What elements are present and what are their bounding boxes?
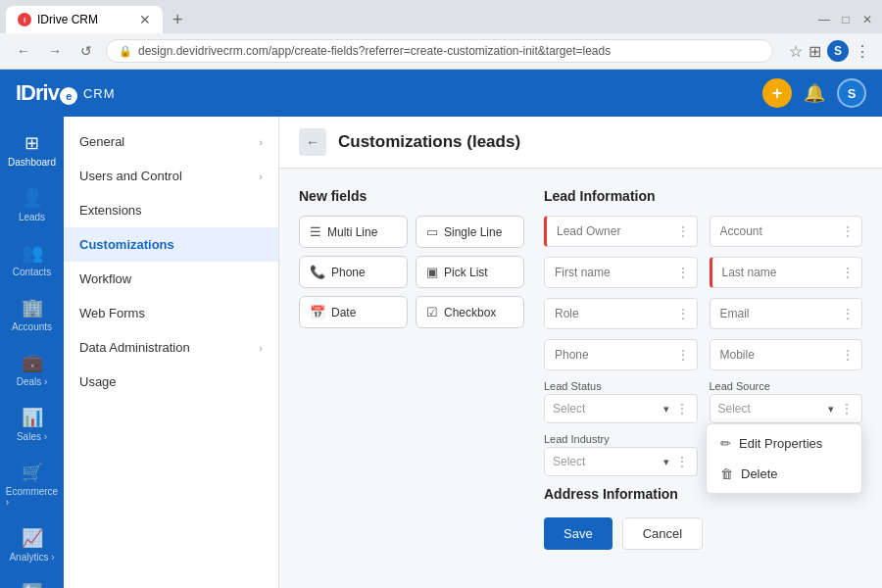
field-cell-role: ⋮ — [544, 298, 698, 329]
multi-line-icon: ☰ — [310, 224, 321, 239]
lead-status-options-icon[interactable]: ⋮ — [675, 401, 689, 416]
sidebar-item-data-migration[interactable]: 🔄 Data Migration — [4, 574, 61, 588]
lead-owner-input[interactable] — [544, 216, 698, 247]
cancel-button[interactable]: Cancel — [622, 517, 703, 550]
chevron-right-icon: › — [259, 342, 263, 354]
field-cell-first-name: ⋮ — [544, 257, 698, 288]
field-type-pick-list[interactable]: ▣ Pick List — [416, 256, 524, 288]
field-options-icon[interactable]: ⋮ — [676, 265, 690, 280]
field-options-icon[interactable]: ⋮ — [841, 223, 855, 239]
field-options-icon[interactable]: ⋮ — [676, 306, 690, 321]
phone-input[interactable] — [544, 339, 698, 370]
field-options-icon[interactable]: ⋮ — [676, 223, 690, 239]
field-row-3: ⋮ ⋮ — [544, 298, 862, 329]
save-button[interactable]: Save — [544, 517, 612, 550]
page-header: ← Customizations (leads) — [279, 117, 882, 169]
lead-source-select[interactable]: Select ▾ — [718, 402, 835, 416]
win-min-btn[interactable]: — — [815, 11, 833, 28]
date-icon: 📅 — [310, 305, 325, 319]
field-type-date[interactable]: 📅 Date — [299, 296, 408, 328]
sidebar-item-dashboard[interactable]: ⊞ Dashboard — [4, 124, 61, 175]
field-options-icon[interactable]: ⋮ — [676, 347, 690, 363]
delete-btn[interactable]: 🗑 Delete — [707, 459, 861, 489]
field-cell-phone: ⋮ — [544, 339, 698, 370]
lead-source-placeholder: Select — [718, 402, 829, 416]
first-name-input[interactable] — [544, 257, 698, 288]
role-input[interactable] — [544, 298, 698, 329]
field-cell-lead-source: Lead Source Select ▾ ⋮ ✏ — [710, 380, 863, 423]
sidebar-label-sales: Sales › — [17, 431, 47, 442]
add-new-btn[interactable]: + — [762, 78, 792, 108]
win-max-btn[interactable]: □ — [837, 11, 855, 28]
back-button[interactable]: ← — [299, 128, 326, 156]
sidebar-item-accounts[interactable]: 🏢 Accounts — [4, 289, 61, 340]
deals-icon: 💼 — [22, 352, 43, 373]
field-type-phone[interactable]: 📞 Phone — [299, 256, 408, 288]
address-bar[interactable]: 🔒 design.devidrivecrm.com/app/create-fie… — [106, 39, 773, 63]
nav-item-customizations[interactable]: Customizations — [64, 227, 278, 262]
address-text: design.devidrivecrm.com/app/create-field… — [138, 44, 611, 58]
sidebar: ⊞ Dashboard 👤 Leads 👥 Contacts 🏢 Account… — [0, 117, 64, 588]
nav-item-users-control[interactable]: Users and Control › — [64, 159, 278, 193]
lead-status-select[interactable]: Select ▾ — [553, 402, 669, 416]
tab-close-btn[interactable]: ✕ — [139, 12, 151, 27]
nav-back-btn[interactable]: ← — [12, 39, 35, 63]
nav-item-web-forms[interactable]: Web Forms — [64, 296, 278, 330]
sidebar-item-contacts[interactable]: 👥 Contacts — [4, 234, 61, 285]
sidebar-item-ecommerce[interactable]: 🛒 Ecommerce › — [4, 454, 61, 515]
bookmark-btn[interactable]: ⊞ — [808, 40, 821, 62]
field-options-icon[interactable]: ⋮ — [841, 265, 855, 280]
lead-status-label: Lead Status — [544, 380, 698, 392]
sidebar-item-leads[interactable]: 👤 Leads — [4, 179, 61, 230]
edit-properties-btn[interactable]: ✏ Edit Properties — [707, 428, 861, 459]
field-options-icon[interactable]: ⋮ — [841, 306, 855, 321]
field-options-icon[interactable]: ⋮ — [841, 347, 855, 363]
lead-status-placeholder: Select — [553, 402, 663, 416]
nav-label-usage: Usage — [79, 374, 117, 389]
field-row-5: Lead Status Select ▾ ⋮ Lead Source — [544, 380, 862, 423]
lead-industry-options-icon[interactable]: ⋮ — [675, 454, 689, 469]
leads-icon: 👤 — [22, 187, 43, 209]
field-cell-lead-industry: Lead Industry Select ▾ ⋮ — [544, 433, 698, 476]
lead-industry-select[interactable]: Select ▾ — [553, 455, 669, 468]
nav-reload-btn[interactable]: ↺ — [74, 39, 98, 63]
win-close-btn[interactable]: ✕ — [858, 11, 876, 28]
field-type-single-line[interactable]: ▭ Single Line — [416, 216, 524, 248]
sidebar-label-contacts: Contacts — [13, 267, 51, 277]
star-btn[interactable]: ☆ — [789, 40, 803, 62]
nav-item-usage[interactable]: Usage — [64, 365, 278, 399]
new-tab-btn[interactable]: + — [167, 8, 189, 32]
nav-item-general[interactable]: General › — [64, 124, 278, 159]
lead-source-label: Lead Source — [710, 380, 863, 392]
main-content: ← Customizations (leads) New fields ☰ Mu… — [279, 117, 882, 588]
nav-forward-btn[interactable]: → — [43, 39, 67, 63]
lead-source-options-icon[interactable]: ⋮ — [840, 401, 854, 416]
nav-item-data-admin[interactable]: Data Administration › — [64, 330, 278, 365]
notification-bell-icon[interactable]: 🔔 — [804, 82, 825, 104]
field-type-multi-line[interactable]: ☰ Multi Line — [299, 216, 408, 248]
browser-tab[interactable]: i IDrive CRM ✕ — [6, 6, 163, 33]
user-avatar[interactable]: S — [837, 78, 866, 108]
sidebar-item-sales[interactable]: 📊 Sales › — [4, 399, 61, 450]
mobile-input[interactable] — [710, 339, 863, 370]
edit-properties-label: Edit Properties — [739, 436, 822, 451]
app-logo: IDrive CRM — [16, 80, 116, 106]
email-input[interactable] — [710, 298, 863, 329]
field-type-checkbox[interactable]: ☑ Checkbox — [416, 296, 524, 328]
ecommerce-icon: 🛒 — [22, 462, 43, 483]
nav-item-workflow[interactable]: Workflow — [64, 262, 278, 296]
field-cell-account: ⋮ — [710, 216, 863, 247]
nav-item-extensions[interactable]: Extensions — [64, 193, 278, 227]
nav-label-customizations: Customizations — [79, 237, 174, 252]
sidebar-item-analytics[interactable]: 📈 Analytics › — [4, 519, 61, 570]
pick-list-icon: ▣ — [426, 265, 438, 279]
tab-favicon: i — [18, 13, 31, 26]
sidebar-item-deals[interactable]: 💼 Deals › — [4, 344, 61, 395]
contacts-icon: 👥 — [22, 242, 43, 264]
browser-account-btn[interactable]: S — [827, 40, 849, 62]
last-name-input[interactable] — [710, 257, 863, 288]
account-input[interactable] — [710, 216, 863, 247]
nav-label-general: General — [79, 134, 124, 149]
browser-more-btn[interactable]: ⋮ — [855, 40, 870, 62]
delete-icon: 🗑 — [720, 466, 733, 481]
